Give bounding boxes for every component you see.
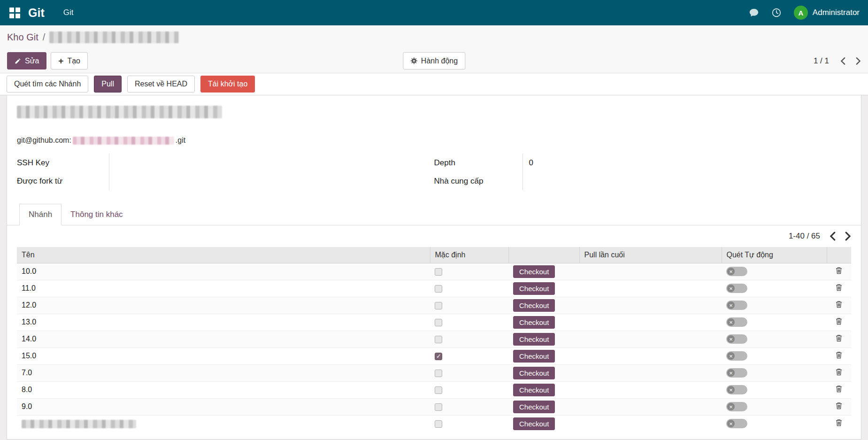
branch-autoscan-cell: ×	[722, 297, 827, 314]
checkout-button[interactable]: Checkout	[513, 265, 555, 278]
app-brand[interactable]: Git	[28, 6, 45, 20]
checkout-button[interactable]: Checkout	[513, 350, 555, 363]
pager-next-icon[interactable]	[856, 57, 861, 65]
column-header-default[interactable]: Mặc định	[430, 247, 508, 263]
column-header-autoscan[interactable]: Quét Tự động	[722, 247, 827, 263]
column-header-checkout[interactable]	[508, 247, 579, 263]
tab-branches[interactable]: Nhánh	[19, 204, 61, 225]
branch-row[interactable]: 7.0 Checkout ×	[17, 364, 851, 381]
checkout-button[interactable]: Checkout	[513, 367, 555, 379]
field-value: 0	[523, 158, 852, 168]
delete-icon[interactable]	[836, 368, 842, 376]
delete-icon[interactable]	[836, 317, 842, 325]
branch-name: 15.0	[22, 352, 36, 360]
autoscan-toggle[interactable]: ×	[726, 334, 747, 344]
toggle-off-icon: ×	[727, 386, 735, 394]
autoscan-toggle[interactable]: ×	[726, 351, 747, 361]
toggle-off-icon: ×	[727, 318, 735, 326]
default-checkbox[interactable]	[435, 302, 442, 309]
create-button[interactable]: + Tạo	[51, 52, 88, 69]
autoscan-toggle[interactable]: ×	[726, 284, 747, 293]
activities-clock-icon[interactable]	[771, 8, 782, 18]
branch-row[interactable]: Checkout ×	[17, 415, 851, 432]
checkout-button[interactable]: Checkout	[513, 401, 555, 413]
autoscan-toggle[interactable]: ×	[726, 267, 747, 276]
autoscan-toggle[interactable]: ×	[726, 368, 747, 378]
edit-button[interactable]: Sửa	[7, 52, 46, 69]
branch-delete-cell	[827, 263, 851, 280]
autoscan-toggle[interactable]: ×	[726, 301, 747, 310]
branch-row[interactable]: 10.0 Checkout ×	[17, 263, 851, 280]
list-pager-value[interactable]: 1-40 / 65	[789, 232, 820, 241]
messages-icon[interactable]	[749, 8, 759, 18]
checkout-button[interactable]: Checkout	[513, 316, 555, 329]
pager-previous-icon[interactable]	[840, 57, 845, 65]
default-checkbox[interactable]	[435, 420, 442, 428]
action-menu-button[interactable]: Hành động	[403, 52, 465, 69]
checkout-button[interactable]: Checkout	[513, 384, 555, 396]
apps-menu-icon[interactable]	[8, 7, 21, 19]
default-checkbox[interactable]	[435, 386, 442, 394]
delete-icon[interactable]	[836, 419, 842, 426]
delete-icon[interactable]	[836, 402, 842, 409]
branch-row[interactable]: 13.0 Checkout ×	[17, 314, 851, 331]
top-navbar: Git Git A Administrator	[0, 0, 868, 25]
branch-name-cell: 10.0	[17, 263, 430, 280]
menu-item-git[interactable]: Git	[63, 8, 74, 17]
default-checkbox[interactable]	[435, 268, 442, 276]
delete-icon[interactable]	[836, 284, 842, 291]
default-checkbox[interactable]	[435, 336, 442, 343]
delete-icon[interactable]	[836, 351, 842, 359]
delete-icon[interactable]	[836, 385, 842, 393]
list-pager-previous-icon[interactable]	[830, 232, 836, 241]
default-checkbox[interactable]	[435, 319, 442, 326]
autoscan-toggle[interactable]: ×	[726, 317, 747, 327]
branch-checkout-cell: Checkout	[508, 280, 579, 297]
branch-last-pull-cell	[579, 331, 722, 347]
repo-url-prefix: git@github.com:	[17, 136, 71, 145]
branch-row[interactable]: 15.0 Checkout ×	[17, 347, 851, 364]
branch-row[interactable]: 14.0 Checkout ×	[17, 331, 851, 347]
column-header-last-pull[interactable]: Pull lần cuối	[579, 247, 722, 263]
branch-last-pull-cell	[579, 398, 722, 415]
branch-row[interactable]: 8.0 Checkout ×	[17, 381, 851, 398]
list-pager-next-icon[interactable]	[845, 232, 851, 241]
user-menu[interactable]: A Administrator	[794, 6, 860, 20]
checkout-button[interactable]: Checkout	[513, 299, 555, 312]
form-field-groups: SSH Key Được fork từ Depth 0 Nhà cung	[17, 154, 851, 190]
toggle-off-icon: ×	[727, 301, 735, 309]
branch-row[interactable]: 12.0 Checkout ×	[17, 297, 851, 314]
branch-row[interactable]: 9.0 Checkout ×	[17, 398, 851, 415]
autoscan-toggle[interactable]: ×	[726, 385, 747, 394]
checkout-button[interactable]: Checkout	[513, 417, 555, 430]
tab-other-info[interactable]: Thông tin khác	[61, 204, 132, 225]
branch-default-cell	[430, 415, 508, 432]
branch-checkout-cell: Checkout	[508, 314, 579, 331]
checkout-button[interactable]: Checkout	[513, 282, 555, 295]
branch-delete-cell	[827, 347, 851, 364]
pull-button[interactable]: Pull	[94, 76, 122, 93]
field-label: Nhà cung cấp	[434, 177, 522, 186]
delete-icon[interactable]	[836, 301, 842, 308]
default-checkbox[interactable]	[435, 285, 442, 293]
reinitialize-button[interactable]: Tái khởi tạo	[200, 76, 255, 93]
breadcrumb-root-link[interactable]: Kho Git	[7, 32, 38, 43]
default-checkbox[interactable]	[435, 353, 442, 360]
scan-branches-button[interactable]: Quét tìm các Nhánh	[7, 76, 88, 93]
branch-default-cell	[430, 314, 508, 331]
autoscan-toggle[interactable]: ×	[726, 402, 747, 411]
toggle-off-icon: ×	[727, 403, 735, 410]
checkout-button[interactable]: Checkout	[513, 333, 555, 346]
pager-value[interactable]: 1 / 1	[814, 56, 829, 66]
delete-icon[interactable]	[836, 334, 842, 342]
branch-default-cell	[430, 347, 508, 364]
reset-head-button[interactable]: Reset về HEAD	[127, 76, 195, 93]
delete-icon[interactable]	[836, 267, 842, 274]
branch-default-cell	[430, 381, 508, 398]
column-header-name[interactable]: Tên	[17, 247, 430, 263]
default-checkbox[interactable]	[435, 370, 442, 377]
branch-row[interactable]: 11.0 Checkout ×	[17, 280, 851, 297]
repo-url-redacted	[73, 137, 174, 145]
autoscan-toggle[interactable]: ×	[726, 419, 747, 428]
default-checkbox[interactable]	[435, 403, 442, 411]
